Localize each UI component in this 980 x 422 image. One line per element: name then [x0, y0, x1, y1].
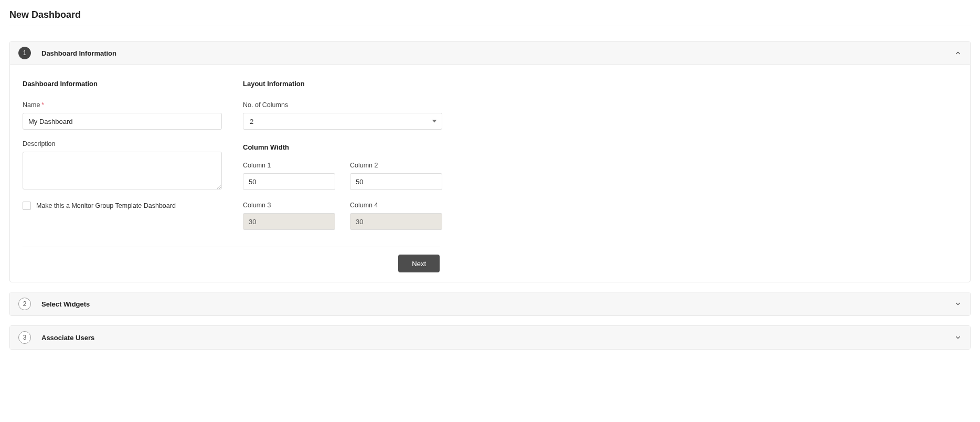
- panel-associate-users: 3 Associate Users: [9, 325, 971, 350]
- column-3-input-group: %: [243, 213, 335, 230]
- column-1-input-group: %: [243, 173, 335, 190]
- panel-dashboard-information: 1 Dashboard Information Dashboard Inform…: [9, 41, 971, 282]
- panel-select-widgets: 2 Select Widgets: [9, 292, 971, 316]
- page-title: New Dashboard: [9, 9, 971, 26]
- section-heading-dashboard-information: Dashboard Information: [23, 80, 222, 88]
- chevron-down-icon: [954, 334, 962, 341]
- no-of-columns-value: 2: [250, 118, 253, 125]
- description-input[interactable]: [23, 152, 222, 189]
- panel-footer: Next: [23, 247, 440, 272]
- template-checkbox[interactable]: [23, 202, 31, 210]
- no-of-columns-label: No. of Columns: [243, 101, 957, 109]
- panel-body-dashboard-information: Dashboard Information Name* Description …: [10, 65, 970, 282]
- column-4-input: [350, 214, 442, 229]
- column-width-heading: Column Width: [243, 143, 957, 151]
- step-badge-1: 1: [18, 47, 31, 59]
- column-3-label: Column 3: [243, 202, 335, 209]
- section-heading-layout-information: Layout Information: [243, 80, 957, 88]
- chevron-up-icon: [954, 49, 962, 57]
- column-1-label: Column 1: [243, 162, 335, 169]
- name-label-text: Name: [23, 101, 40, 109]
- caret-down-icon: [432, 120, 436, 123]
- column-2-input[interactable]: [350, 174, 442, 189]
- required-star-icon: *: [41, 101, 44, 109]
- column-2-label: Column 2: [350, 162, 442, 169]
- name-input[interactable]: [23, 113, 222, 130]
- panel-header-associate-users[interactable]: 3 Associate Users: [10, 326, 970, 349]
- description-label: Description: [23, 140, 222, 147]
- step-badge-2: 2: [18, 298, 31, 310]
- panel-title-associate-users: Associate Users: [41, 334, 94, 342]
- chevron-down-icon: [954, 300, 962, 308]
- column-1-input[interactable]: [243, 174, 335, 189]
- next-button[interactable]: Next: [398, 255, 440, 272]
- column-4-input-group: %: [350, 213, 442, 230]
- name-label: Name*: [23, 101, 222, 109]
- no-of-columns-select[interactable]: 2: [243, 113, 442, 130]
- step-badge-3: 3: [18, 331, 31, 344]
- template-checkbox-label: Make this a Monitor Group Template Dashb…: [36, 202, 176, 209]
- column-4-label: Column 4: [350, 202, 442, 209]
- panel-title-dashboard-information: Dashboard Information: [41, 49, 116, 57]
- column-3-input: [243, 214, 335, 229]
- panel-header-dashboard-information[interactable]: 1 Dashboard Information: [10, 41, 970, 65]
- panel-title-select-widgets: Select Widgets: [41, 300, 90, 308]
- column-2-input-group: %: [350, 173, 442, 190]
- panel-header-select-widgets[interactable]: 2 Select Widgets: [10, 292, 970, 315]
